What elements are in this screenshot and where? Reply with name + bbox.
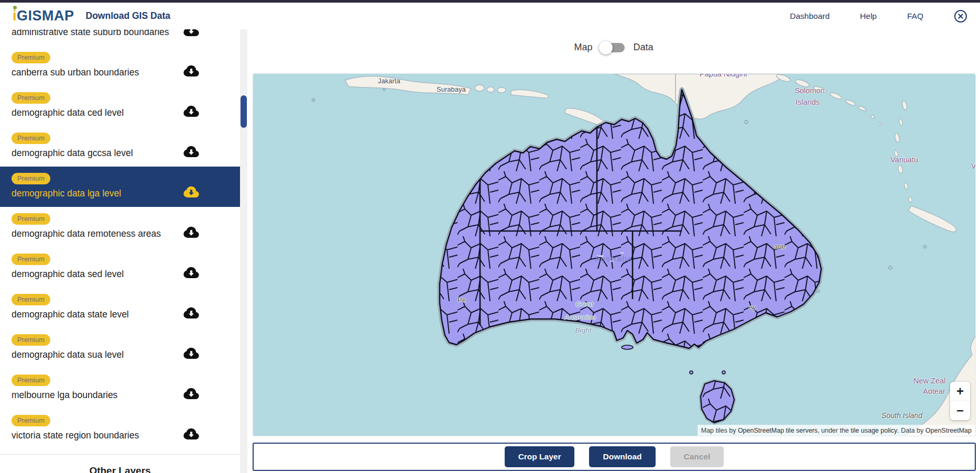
layer-name: canberra sub urban boundaries	[12, 66, 240, 79]
layer-list-item[interactable]: Premium administrative state suburb boun…	[0, 29, 240, 46]
download-cloud-icon[interactable]	[183, 103, 200, 117]
nav-dashboard[interactable]: Dashboard	[790, 12, 830, 21]
layer-name: demographic data remoteness areas	[12, 227, 240, 240]
layer-name: demographic data sua level	[12, 348, 240, 361]
layer-name: victoria state region boundaries	[12, 429, 240, 442]
layer-name: melbourne lga boundaries	[12, 389, 240, 401]
download-cloud-icon[interactable]	[183, 304, 200, 319]
layer-list-item[interactable]: Premium demographic data sed level	[0, 247, 240, 288]
layer-name: demographic data lga level	[12, 187, 240, 200]
zoom-in-button[interactable]: +	[950, 382, 970, 401]
logo-rest: GISMAP	[17, 8, 74, 24]
premium-badge: Premium	[12, 213, 50, 225]
cancel-button[interactable]: Cancel	[670, 446, 724, 467]
download-cloud-icon[interactable]	[183, 183, 200, 198]
app-logo[interactable]: iGISMAP	[13, 8, 74, 24]
toggle-label-map: Map	[574, 42, 592, 53]
map-attribution: Map tiles by OpenStreetMap tile servers,…	[698, 425, 975, 436]
download-cloud-icon[interactable]	[183, 224, 200, 238]
attribution-text: , under the	[818, 427, 851, 434]
attribution-text: Map tiles by	[701, 427, 738, 434]
download-cloud-icon[interactable]	[183, 143, 200, 158]
premium-badge: Premium	[12, 415, 50, 426]
attribution-link[interactable]: tile usage policy	[851, 427, 897, 434]
map-canvas[interactable]: JakartaSurabayaPapua NiuginiSolomonIslan…	[253, 73, 976, 436]
other-layers-heading: Other Layers	[0, 465, 240, 473]
nav-help[interactable]: Help	[860, 12, 877, 21]
download-cloud-icon[interactable]	[183, 29, 200, 37]
premium-badge: Premium	[12, 294, 50, 305]
layer-list-item[interactable]: Premium melbourne lga boundaries	[0, 368, 240, 409]
action-bar: Crop Layer Download Cancel	[253, 443, 976, 471]
page-title: Download GIS Data	[86, 10, 170, 21]
layer-name: demographic data state level	[12, 308, 240, 321]
map-data-toggle-row: Map Data	[247, 42, 980, 53]
download-cloud-icon[interactable]	[183, 425, 200, 440]
download-cloud-icon[interactable]	[183, 345, 200, 359]
layer-name: demographic data ced level	[12, 106, 240, 119]
premium-badge: Premium	[12, 52, 50, 63]
layer-list: Premium administrative state suburb boun…	[0, 29, 240, 449]
download-button[interactable]: Download	[589, 446, 655, 467]
layer-name: demographic data sed level	[12, 268, 240, 280]
attribution-text: . Data by	[897, 427, 925, 434]
layer-list-item[interactable]: Premium demographic data ced level	[0, 86, 240, 126]
sidebar-scrollbar-thumb[interactable]	[241, 95, 247, 128]
layer-list-item[interactable]: Premium demographic data gccsa level	[0, 126, 240, 167]
main-nav: Dashboard Help FAQ	[790, 9, 980, 23]
map-data-switch[interactable]	[601, 43, 625, 52]
app-header: iGISMAP Download GIS Data Dashboard Help…	[0, 3, 980, 29]
premium-badge: Premium	[12, 254, 50, 265]
map-zoom-control: + −	[950, 382, 970, 420]
download-cloud-icon[interactable]	[183, 264, 200, 279]
layer-name: administrative state suburb boundaries	[12, 29, 240, 38]
layer-list-item[interactable]: Premium victoria state region boundaries	[0, 409, 240, 449]
layer-list-item[interactable]: Premium demographic data remoteness area…	[0, 207, 240, 247]
attribution-link[interactable]: OpenStreetMap	[925, 427, 972, 434]
sidebar-divider	[0, 454, 240, 455]
crop-layer-button[interactable]: Crop Layer	[505, 446, 575, 467]
premium-badge: Premium	[12, 133, 50, 144]
attribution-link[interactable]: OpenStreetMap tile servers	[738, 427, 818, 434]
premium-badge: Premium	[12, 92, 50, 104]
toggle-label-data: Data	[633, 42, 653, 53]
layer-name: demographic data gccsa level	[12, 147, 240, 159]
nav-faq[interactable]: FAQ	[907, 12, 923, 21]
map-panel: Map Data	[247, 29, 980, 473]
premium-badge: Premium	[12, 375, 50, 386]
download-cloud-icon[interactable]	[183, 62, 200, 77]
premium-badge: Premium	[12, 173, 50, 184]
layer-list-item[interactable]: Premium demographic data lga level	[0, 167, 240, 207]
layer-list-item[interactable]: Premium demographic data state level	[0, 288, 240, 328]
download-cloud-icon[interactable]	[183, 385, 200, 400]
switch-knob[interactable]	[599, 41, 613, 54]
zoom-out-button[interactable]: −	[950, 401, 970, 420]
close-icon[interactable]	[954, 9, 967, 23]
layer-list-item[interactable]: Premium demographic data sua level	[0, 328, 240, 368]
sidebar-layer-list: Premium administrative state suburb boun…	[0, 29, 247, 473]
premium-badge: Premium	[12, 334, 50, 346]
map-graphics	[253, 74, 976, 436]
layer-list-item[interactable]: Premium canberra sub urban boundaries	[0, 46, 240, 86]
logo-i: i	[13, 8, 17, 24]
